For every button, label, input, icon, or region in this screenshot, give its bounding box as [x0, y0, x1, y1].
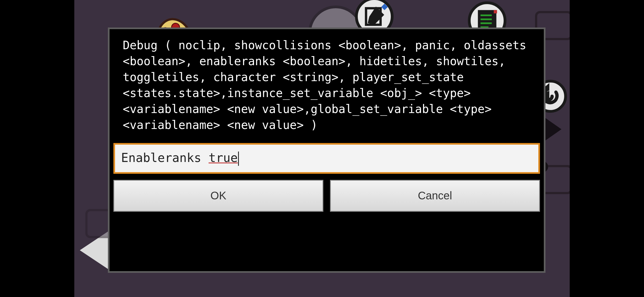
cancel-button[interactable]: Cancel — [330, 180, 540, 212]
stage: EG Z PAUSE MENU Controls) WORLD #1 1. — [0, 0, 644, 297]
svg-rect-3 — [494, 10, 497, 13]
input-text-plain: Enableranks — [121, 151, 209, 165]
pillarbox-right — [570, 0, 644, 297]
debug-dialog: Debug ( noclip, showcollisions <boolean>… — [108, 28, 545, 273]
pillarbox-left — [0, 0, 74, 297]
command-input-wrap[interactable]: Enableranks true — [113, 143, 540, 174]
dialog-button-bar: OK Cancel — [113, 180, 540, 212]
command-input[interactable]: Enableranks true — [121, 151, 532, 166]
dialog-message: Debug ( noclip, showcollisions <boolean>… — [110, 29, 544, 136]
svg-rect-1 — [381, 4, 388, 10]
ok-button[interactable]: OK — [113, 180, 323, 212]
text-caret — [238, 152, 239, 166]
input-text-underlined: true — [209, 151, 238, 165]
